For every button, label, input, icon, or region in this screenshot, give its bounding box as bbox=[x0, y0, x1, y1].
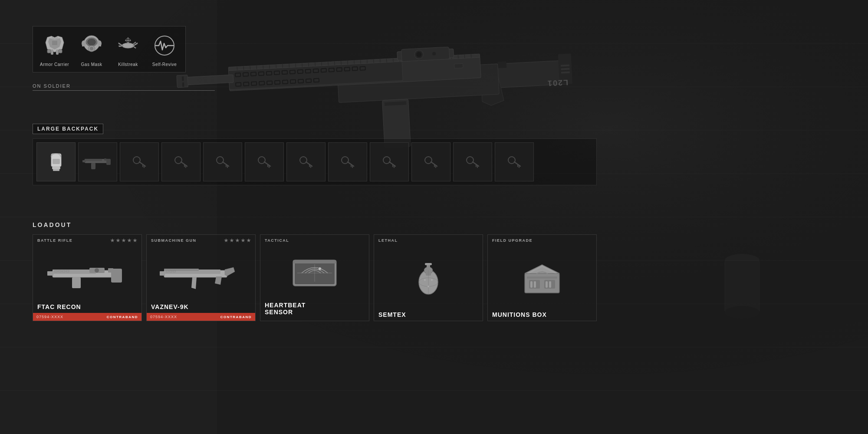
svg-point-162 bbox=[467, 157, 473, 164]
star-1 bbox=[110, 238, 115, 243]
lethal-name: SEMTEX bbox=[374, 311, 483, 321]
battle-rifle-weapon-icon bbox=[44, 256, 131, 291]
svg-point-154 bbox=[383, 157, 390, 164]
backpack-slot-3[interactable] bbox=[161, 142, 201, 181]
svg-rect-212 bbox=[549, 281, 551, 288]
backpack-slot-10-icon bbox=[464, 153, 481, 171]
field-upgrade-header: FIELD UPGRADE bbox=[488, 235, 596, 244]
svg-point-112 bbox=[90, 47, 93, 50]
loadout-card-field-upgrade[interactable]: FIELD UPGRADE bbox=[487, 234, 597, 321]
battle-rifle-stars bbox=[110, 238, 137, 243]
lethal-image bbox=[374, 244, 483, 311]
backpack-slot-5[interactable] bbox=[245, 142, 284, 181]
svg-rect-209 bbox=[530, 281, 533, 288]
semtex-icon bbox=[411, 256, 446, 299]
loadout-card-lethal[interactable]: LETHAL bbox=[374, 234, 483, 321]
svg-rect-175 bbox=[108, 268, 113, 273]
armor-carrier-label: Armor Carrier bbox=[40, 62, 69, 67]
svg-point-146 bbox=[300, 157, 307, 164]
field-upgrade-image bbox=[488, 244, 596, 311]
svg-point-150 bbox=[342, 157, 349, 164]
svg-point-158 bbox=[425, 157, 432, 164]
svg-rect-194 bbox=[293, 260, 336, 263]
loadout-card-smg[interactable]: SUBMACHINE GUN bbox=[146, 234, 256, 321]
battle-rifle-badge: CONTRABAND bbox=[107, 315, 138, 319]
equipment-panel: Armor Carrier Gas Mask bbox=[33, 26, 186, 72]
backpack-slot-11[interactable] bbox=[495, 142, 534, 181]
loadout-card-tactical[interactable]: TACTICAL bbox=[260, 234, 369, 321]
svg-rect-107 bbox=[52, 41, 57, 45]
lethal-type: LETHAL bbox=[378, 238, 398, 243]
svg-rect-172 bbox=[72, 277, 81, 288]
backpack-slot-2[interactable] bbox=[120, 142, 159, 181]
svg-rect-184 bbox=[160, 271, 165, 276]
battle-rifle-image bbox=[33, 244, 141, 303]
svg-rect-126 bbox=[91, 163, 95, 169]
backpack-slot-4[interactable] bbox=[203, 142, 242, 181]
backpack-slot-10[interactable] bbox=[453, 142, 492, 181]
killstreak-label: Killstreak bbox=[118, 62, 138, 67]
killstreak-icon bbox=[116, 34, 140, 57]
svg-point-113 bbox=[82, 40, 86, 46]
equip-item-selfrevive[interactable]: Self-Revive bbox=[151, 32, 178, 67]
smg-star-3 bbox=[235, 238, 240, 243]
battle-rifle-footer: 07594-XXXX CONTRABAND bbox=[33, 313, 141, 321]
svg-point-115 bbox=[122, 43, 134, 48]
svg-rect-125 bbox=[85, 159, 102, 161]
smg-image bbox=[147, 244, 255, 303]
equip-item-armor[interactable]: Armor Carrier bbox=[40, 32, 69, 67]
svg-rect-185 bbox=[164, 269, 199, 271]
killstreak-icon-box bbox=[114, 32, 142, 59]
backpack-slot-7[interactable] bbox=[328, 142, 367, 181]
smg-weapon-icon bbox=[158, 256, 244, 291]
backpack-title: LARGE BACKPACK bbox=[33, 124, 103, 134]
backpack-slot-7-icon bbox=[339, 153, 356, 171]
munitions-box-icon bbox=[520, 258, 564, 297]
svg-point-130 bbox=[133, 157, 140, 164]
svg-rect-122 bbox=[52, 167, 60, 169]
svg-rect-127 bbox=[82, 160, 86, 162]
svg-rect-210 bbox=[534, 281, 536, 288]
backpack-slot-2-icon bbox=[131, 153, 148, 171]
smg-star-5 bbox=[247, 238, 251, 243]
backpack-slots-container bbox=[33, 138, 597, 185]
backpack-slot-1[interactable] bbox=[78, 142, 117, 181]
backpack-section: LARGE BACKPACK bbox=[33, 124, 597, 185]
self-revive-label: Self-Revive bbox=[152, 62, 177, 67]
backpack-slot-11-icon bbox=[506, 153, 523, 171]
svg-rect-199 bbox=[425, 263, 432, 265]
smg-star-2 bbox=[230, 238, 234, 243]
svg-rect-103 bbox=[51, 49, 53, 55]
equip-item-killstreak[interactable]: Killstreak bbox=[114, 32, 142, 67]
svg-rect-211 bbox=[546, 281, 548, 288]
smg-header: SUBMACHINE GUN bbox=[147, 235, 255, 244]
backpack-slot-4-icon bbox=[214, 153, 231, 171]
backpack-slot-0[interactable] bbox=[36, 142, 76, 181]
loadout-card-battle-rifle[interactable]: BATTLE RIFLE bbox=[33, 234, 142, 321]
backpack-slot-9[interactable] bbox=[411, 142, 450, 181]
star-2 bbox=[116, 238, 120, 243]
svg-point-114 bbox=[97, 40, 102, 46]
smg-footer: 07594-XXXX CONTRABAND bbox=[147, 313, 255, 321]
svg-point-134 bbox=[175, 157, 182, 164]
smg-star-1 bbox=[224, 238, 228, 243]
svg-point-193 bbox=[319, 267, 321, 270]
backpack-slot-8[interactable] bbox=[370, 142, 409, 181]
backpack-slot-0-icon bbox=[44, 150, 68, 174]
backpack-slot-1-icon bbox=[82, 153, 113, 171]
backpack-slot-8-icon bbox=[381, 153, 398, 171]
equip-item-gasmask[interactable]: Gas Mask bbox=[78, 32, 105, 67]
loadout-cards-container: BATTLE RIFLE bbox=[33, 234, 597, 321]
svg-point-203 bbox=[431, 279, 433, 281]
svg-rect-206 bbox=[527, 276, 557, 279]
svg-point-138 bbox=[217, 157, 224, 164]
backpack-slot-6[interactable] bbox=[286, 142, 326, 181]
svg-point-202 bbox=[424, 279, 426, 281]
backpack-slot-9-icon bbox=[422, 153, 440, 171]
tactical-name-line2: SENSOR bbox=[265, 309, 365, 316]
gas-mask-label: Gas Mask bbox=[81, 62, 102, 67]
smg-type: SUBMACHINE GUN bbox=[151, 238, 197, 243]
svg-point-204 bbox=[427, 286, 429, 287]
armor-carrier-icon bbox=[43, 34, 66, 57]
gasmask-icon-box bbox=[78, 32, 105, 59]
